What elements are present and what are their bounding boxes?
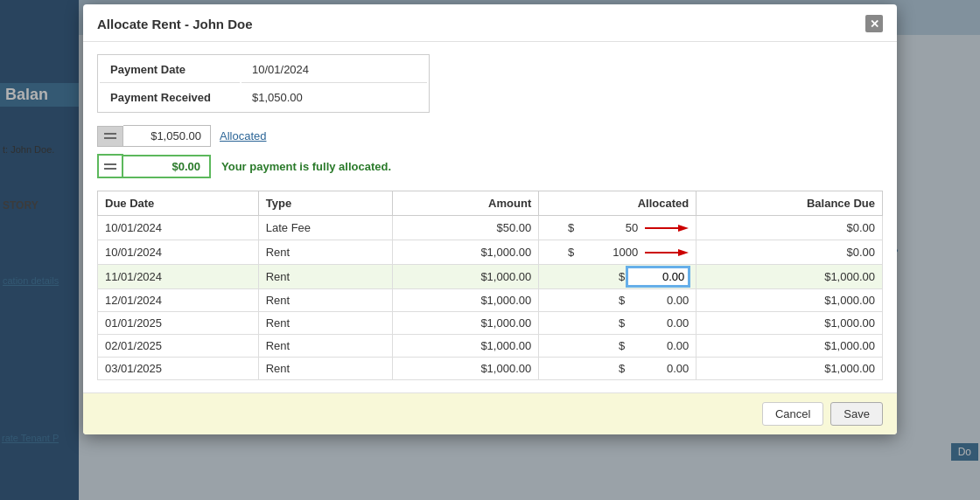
allocation-input[interactable] — [627, 267, 689, 286]
cell-balance-due: $0.00 — [696, 240, 883, 265]
dollar-sign: $ — [619, 362, 625, 375]
cell-amount: $1,000.00 — [392, 312, 539, 335]
cell-due-date: 03/01/2025 — [98, 358, 259, 380]
cell-type: Rent — [258, 265, 392, 289]
dollar-sign: $ — [619, 270, 625, 283]
dollar-sign: $ — [568, 221, 574, 234]
cell-amount: $50.00 — [392, 216, 539, 240]
fully-allocated-message: Your payment is fully allocated. — [221, 160, 391, 173]
dollar-sign: $ — [568, 246, 574, 259]
cell-allocated: $0.00 — [539, 289, 696, 312]
allocation-value: 0.00 — [627, 339, 689, 352]
cell-type: Rent — [258, 289, 392, 312]
modal-footer: Cancel Save — [83, 392, 897, 434]
cell-due-date: 10/01/2024 — [98, 240, 259, 265]
payment-received-label: Payment Received — [100, 85, 240, 110]
cancel-button[interactable]: Cancel — [762, 402, 823, 426]
close-button[interactable]: ✕ — [865, 15, 883, 32]
table-row: 01/01/2025Rent$1,000.00$0.00$1,000.00 — [98, 312, 883, 335]
payment-received-value: $1,050.00 — [242, 85, 427, 110]
cell-allocated: $1000 — [539, 240, 696, 265]
allocation-value: 0.00 — [627, 362, 689, 375]
cell-balance-due: $1,000.00 — [696, 335, 883, 358]
cell-type: Rent — [258, 240, 392, 265]
cell-type: Late Fee — [258, 216, 392, 240]
cell-due-date: 11/01/2024 — [98, 265, 259, 289]
allocation-icon-box — [97, 126, 123, 147]
allocation-value: 50 — [577, 221, 638, 234]
table-row: 11/01/2024Rent$1,000.00$$1,000.00 — [98, 265, 883, 289]
svg-marker-1 — [678, 225, 689, 232]
svg-marker-3 — [678, 249, 689, 256]
cell-allocated: $0.00 — [539, 312, 696, 335]
remaining-lines-icon — [104, 163, 116, 170]
cell-balance-due: $1,000.00 — [696, 358, 883, 380]
allocation-value: 0.00 — [627, 316, 689, 330]
allocations-table-container: Due Date Type Amount Allocated Balance D… — [97, 191, 883, 380]
arrow-indicator-icon — [645, 219, 689, 237]
allocation-value: 1000 — [577, 246, 638, 259]
dollar-sign: $ — [619, 294, 625, 307]
cell-type: Rent — [258, 358, 392, 380]
col-header-allocated: Allocated — [539, 191, 696, 216]
cell-allocated: $50 — [539, 216, 696, 240]
remaining-icon-box — [97, 154, 123, 178]
dollar-sign: $ — [619, 316, 625, 330]
cell-due-date: 02/01/2025 — [98, 335, 259, 358]
allocated-link[interactable]: Allocated — [220, 129, 266, 142]
table-row: 02/01/2025Rent$1,000.00$0.00$1,000.00 — [98, 335, 883, 358]
cell-amount: $1,000.00 — [392, 265, 539, 289]
col-header-amount: Amount — [392, 191, 539, 216]
modal-title: Allocate Rent - John Doe — [97, 17, 253, 31]
cell-balance-due: $1,000.00 — [696, 265, 883, 289]
allocation-value: 0.00 — [627, 294, 689, 307]
save-button[interactable]: Save — [830, 402, 883, 426]
cell-amount: $1,000.00 — [392, 335, 539, 358]
cell-due-date: 12/01/2024 — [98, 289, 259, 312]
cell-balance-due: $1,000.00 — [696, 312, 883, 335]
cell-allocated[interactable]: $ — [539, 265, 696, 289]
remaining-amount: $0.00 — [123, 155, 211, 178]
payment-info-table: Payment Date 10/01/2024 Payment Received… — [97, 54, 430, 113]
modal-header: Allocate Rent - John Doe ✕ — [83, 4, 897, 42]
cell-balance-due: $0.00 — [696, 216, 883, 240]
modal-overlay: Allocate Rent - John Doe ✕ Payment Date … — [0, 0, 980, 500]
table-row: 03/01/2025Rent$1,000.00$0.00$1,000.00 — [98, 358, 883, 380]
dollar-sign: $ — [619, 339, 625, 352]
table-row: 10/01/2024Rent$1,000.00$1000$0.00 — [98, 240, 883, 265]
cell-amount: $1,000.00 — [392, 358, 539, 380]
col-header-due-date: Due Date — [98, 191, 259, 216]
allocation-row: $1,050.00 Allocated — [97, 125, 883, 147]
cell-type: Rent — [258, 312, 392, 335]
modal-dialog: Allocate Rent - John Doe ✕ Payment Date … — [83, 4, 897, 434]
allocation-lines-icon — [104, 133, 116, 139]
cell-amount: $1,000.00 — [392, 240, 539, 265]
modal-body: Payment Date 10/01/2024 Payment Received… — [83, 42, 897, 392]
cell-due-date: 01/01/2025 — [98, 312, 259, 335]
col-header-type: Type — [258, 191, 392, 216]
arrow-indicator-icon — [645, 243, 689, 261]
table-row: 12/01/2024Rent$1,000.00$0.00$1,000.00 — [98, 289, 883, 312]
cell-amount: $1,000.00 — [392, 289, 539, 312]
cell-type: Rent — [258, 335, 392, 358]
table-row: 10/01/2024Late Fee$50.00$50$0.00 — [98, 216, 883, 240]
payment-date-label: Payment Date — [100, 57, 240, 83]
payment-date-value: 10/01/2024 — [242, 57, 427, 83]
allocations-table: Due Date Type Amount Allocated Balance D… — [97, 191, 883, 380]
col-header-balance-due: Balance Due — [696, 191, 883, 216]
cell-due-date: 10/01/2024 — [98, 216, 259, 240]
allocation-amount: $1,050.00 — [123, 125, 211, 147]
remaining-row: $0.00 Your payment is fully allocated. — [97, 154, 883, 178]
cell-allocated: $0.00 — [539, 358, 696, 380]
cell-allocated: $0.00 — [539, 335, 696, 358]
cell-balance-due: $1,000.00 — [696, 289, 883, 312]
